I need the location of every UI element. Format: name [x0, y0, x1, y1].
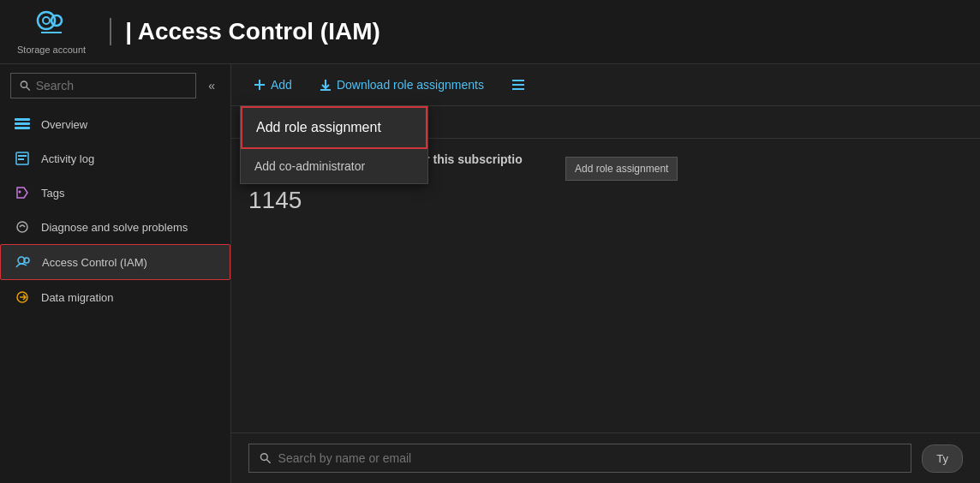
storage-label: Storage account	[17, 45, 86, 55]
top-header: Storage account | Access Control (IAM)	[0, 0, 980, 64]
sidebar-item-diagnose-label: Diagnose and solve problems	[41, 221, 188, 234]
main-layout: « Overview Activity log	[0, 64, 980, 483]
storage-account-logo: Storage account	[17, 9, 86, 55]
svg-line-5	[27, 86, 30, 90]
sidebar: « Overview Activity log	[0, 64, 231, 483]
sidebar-search-input[interactable]	[36, 79, 188, 92]
toolbar: Add Download role assignments	[231, 64, 980, 106]
sidebar-search-row: «	[0, 64, 230, 107]
activity-icon	[14, 150, 31, 167]
sidebar-item-data-migration[interactable]: Data migration	[0, 280, 230, 314]
sidebar-item-tags[interactable]: Tags	[0, 176, 230, 210]
migration-icon	[14, 289, 31, 306]
sidebar-item-overview[interactable]: Overview	[0, 107, 230, 141]
page-title: | Access Control (IAM)	[110, 18, 380, 45]
tags-icon	[14, 184, 31, 201]
svg-rect-6	[15, 118, 30, 121]
svg-rect-10	[18, 155, 27, 157]
sidebar-item-overview-label: Overview	[41, 118, 87, 131]
sidebar-item-diagnose[interactable]: Diagnose and solve problems	[0, 210, 230, 244]
add-role-assignment-label: Add role assignment	[256, 120, 381, 135]
svg-line-26	[266, 459, 270, 462]
svg-point-1	[43, 17, 50, 24]
sidebar-item-tags-label: Tags	[41, 187, 64, 200]
svg-point-14	[17, 222, 27, 232]
iam-icon	[15, 253, 32, 271]
sidebar-item-data-migration-label: Data migration	[41, 291, 114, 304]
bottom-search-input[interactable]	[278, 451, 901, 465]
svg-point-25	[260, 454, 267, 461]
add-button[interactable]: Add	[248, 75, 297, 95]
download-icon	[320, 79, 332, 91]
svg-rect-7	[15, 122, 30, 125]
diagnose-icon	[14, 218, 31, 236]
dropdown-item-add-co-admin[interactable]: Add co-administrator	[241, 149, 427, 183]
tooltip-add-role: Add role assignment	[565, 157, 678, 181]
svg-point-4	[21, 81, 27, 87]
sidebar-search-box[interactable]	[10, 73, 196, 98]
sidebar-item-iam-label: Access Control (IAM)	[42, 256, 147, 269]
dropdown-item-add-role[interactable]: Add role assignment	[241, 106, 427, 149]
svg-rect-8	[15, 127, 30, 129]
collapse-button[interactable]: «	[203, 75, 220, 96]
svg-marker-12	[17, 188, 27, 198]
add-label: Add	[271, 78, 292, 92]
sidebar-item-iam[interactable]: Access Control (IAM)	[0, 244, 230, 280]
bottom-search-area: Ty	[231, 432, 980, 483]
filter-icon	[511, 79, 525, 91]
storage-icon	[34, 9, 69, 43]
filter-button[interactable]	[506, 75, 530, 94]
plus-icon	[254, 79, 266, 91]
sidebar-item-activity-log-label: Activity log	[41, 152, 94, 165]
type-button[interactable]: Ty	[922, 444, 963, 473]
svg-rect-11	[18, 158, 24, 160]
bottom-search-icon	[260, 452, 272, 464]
bottom-search-box[interactable]	[248, 444, 911, 473]
download-label: Download role assignments	[337, 78, 484, 92]
count-value: 1145	[248, 187, 963, 214]
overview-icon	[14, 116, 31, 133]
dropdown-menu: Add role assignment Add co-administrator	[240, 105, 428, 184]
svg-point-13	[19, 191, 21, 194]
download-button[interactable]: Download role assignments	[314, 75, 489, 95]
search-icon	[20, 80, 31, 92]
sidebar-item-activity-log[interactable]: Activity log	[0, 141, 230, 176]
svg-point-2	[51, 15, 62, 26]
content-area: Add Download role assignments	[231, 64, 980, 483]
add-co-administrator-label: Add co-administrator	[254, 159, 365, 173]
